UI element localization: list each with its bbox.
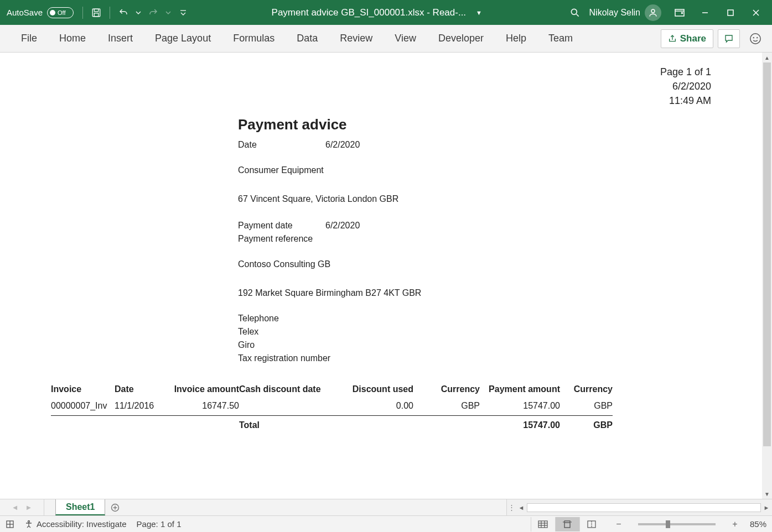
qat-separator: [82, 7, 83, 19]
scroll-track[interactable]: [762, 62, 772, 489]
minimize-icon[interactable]: [692, 0, 718, 25]
view-normal-icon[interactable]: [531, 517, 555, 531]
qat-customize-icon[interactable]: [174, 4, 192, 22]
sheet-tab-active[interactable]: Sheet1: [55, 499, 105, 515]
svg-rect-23: [538, 521, 547, 528]
tab-label: Help: [506, 33, 526, 44]
zoom-percent[interactable]: 85%: [750, 519, 766, 529]
tab-label: Page Layout: [155, 33, 211, 44]
view-page-break-icon[interactable]: [579, 517, 604, 531]
page-date: 6/2/2020: [660, 79, 711, 93]
add-sheet-button[interactable]: [105, 499, 125, 515]
tab-home[interactable]: Home: [48, 25, 97, 52]
accessibility-status[interactable]: Accessibility: Investigate: [24, 519, 127, 529]
comments-button[interactable]: [718, 29, 740, 48]
page-time: 11:49 AM: [660, 93, 711, 108]
total-currency: GBP: [560, 420, 613, 430]
save-icon[interactable]: [87, 4, 105, 22]
payment-reference-label: Payment reference: [238, 234, 325, 244]
sheet-tab-label: Sheet1: [66, 502, 95, 512]
col-currency-1: Currency: [413, 384, 480, 394]
undo-icon[interactable]: [115, 4, 132, 22]
view-page-layout-icon[interactable]: [555, 517, 579, 531]
tab-insert[interactable]: Insert: [97, 25, 144, 52]
page-status: Page: 1 of 1: [137, 519, 182, 529]
sheet-nav-arrows[interactable]: ◄ ►: [0, 499, 44, 515]
vertical-scrollbar[interactable]: ▲ ▼: [762, 53, 772, 499]
total-label: Total: [239, 420, 330, 430]
tab-help[interactable]: Help: [495, 25, 537, 52]
svg-rect-1: [94, 9, 99, 12]
tab-label: Data: [297, 33, 318, 44]
scroll-grip-icon[interactable]: ⋮: [507, 503, 516, 512]
tab-view[interactable]: View: [384, 25, 427, 52]
svg-point-15: [757, 37, 758, 38]
payment-date-label: Payment date: [238, 221, 325, 231]
col-currency-2: Currency: [560, 384, 613, 394]
tab-page-layout[interactable]: Page Layout: [144, 25, 222, 52]
page-layout-status-icon[interactable]: [6, 520, 14, 529]
tax-reg-label: Tax registration number: [238, 353, 725, 363]
status-bar: Accessibility: Investigate Page: 1 of 1 …: [0, 515, 772, 532]
tab-team[interactable]: Team: [537, 25, 584, 52]
ribbon-tabs: File Home Insert Page Layout Formulas Da…: [0, 25, 772, 53]
scroll-up-icon[interactable]: ▲: [762, 53, 772, 62]
scroll-down-icon[interactable]: ▼: [762, 489, 772, 499]
cell-invoice-amount: 16747.50: [159, 401, 239, 411]
tab-label: Developer: [438, 33, 484, 44]
col-discount-used: Discount used: [330, 384, 413, 394]
close-icon[interactable]: [743, 0, 769, 25]
autosave-control[interactable]: AutoSave Off: [7, 7, 74, 18]
company-name: Contoso Consulting GB: [238, 259, 725, 269]
tab-data[interactable]: Data: [286, 25, 329, 52]
cell-discount-used: 0.00: [330, 401, 413, 411]
cell-invoice: 00000007_Inv: [51, 401, 115, 411]
col-cash-discount-date: Cash discount date: [239, 384, 330, 394]
redo-dropdown-icon[interactable]: [164, 4, 172, 22]
tab-formulas[interactable]: Formulas: [222, 25, 286, 52]
undo-dropdown-icon[interactable]: [134, 4, 142, 22]
feedback-icon[interactable]: [744, 28, 766, 50]
col-date: Date: [115, 384, 159, 394]
sheet-next-icon[interactable]: ►: [25, 503, 33, 512]
search-icon[interactable]: [562, 4, 588, 22]
svg-point-13: [750, 33, 760, 43]
toggle-knob: [50, 10, 55, 15]
invoice-table: Invoice Date Invoice amount Cash discoun…: [51, 382, 613, 432]
zoom-in-button[interactable]: +: [730, 519, 740, 529]
cell-payment-amount: 15747.00: [480, 401, 560, 411]
svg-point-6: [651, 9, 655, 13]
cell-currency-1: GBP: [413, 401, 480, 411]
page-content[interactable]: Page 1 of 1 6/2/2020 11:49 AM Payment ad…: [0, 53, 764, 499]
date-value: 6/2/2020: [325, 140, 360, 150]
svg-rect-2: [94, 13, 99, 16]
autosave-toggle[interactable]: Off: [47, 7, 74, 18]
zoom-out-button[interactable]: −: [614, 519, 624, 529]
telex-label: Telex: [238, 327, 725, 337]
share-button[interactable]: Share: [661, 29, 713, 48]
scroll-left-icon[interactable]: ◄: [516, 504, 527, 511]
page-number: Page 1 of 1: [660, 65, 711, 79]
user-account[interactable]: Nikolay Selin: [589, 4, 661, 21]
table-header: Invoice Date Invoice amount Cash discoun…: [51, 382, 613, 398]
sheet-prev-icon[interactable]: ◄: [12, 503, 19, 512]
filename-text: Payment advice GB_SI_000001.xlsx - Read-…: [272, 7, 467, 18]
tab-file[interactable]: File: [10, 25, 48, 52]
tab-developer[interactable]: Developer: [427, 25, 495, 52]
maximize-icon[interactable]: [718, 0, 743, 25]
sheet-tab-bar: ◄ ► Sheet1 ⋮ ◄ ►: [0, 499, 772, 515]
qat-separator: [110, 7, 110, 19]
window-title: Payment advice GB_SI_000001.xlsx - Read-…: [193, 7, 560, 18]
title-dropdown-icon[interactable]: ▼: [476, 9, 482, 16]
h-scroll-track[interactable]: [527, 503, 761, 512]
tab-review[interactable]: Review: [329, 25, 384, 52]
svg-rect-28: [564, 521, 570, 528]
horizontal-scrollbar[interactable]: ⋮ ◄ ►: [506, 499, 772, 515]
scroll-thumb[interactable]: [763, 62, 771, 446]
zoom-slider[interactable]: [638, 523, 716, 525]
zoom-handle[interactable]: [666, 520, 670, 528]
redo-icon[interactable]: [144, 4, 162, 22]
scroll-right-icon[interactable]: ►: [761, 504, 772, 511]
consumer-name: Consumer Equipment: [238, 165, 725, 175]
ribbon-display-icon[interactable]: [667, 0, 692, 25]
